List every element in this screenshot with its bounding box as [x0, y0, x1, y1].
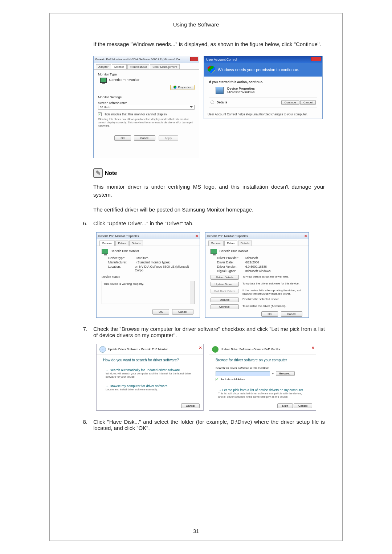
back-icon[interactable]: ←: [212, 346, 219, 353]
wizard-breadcrumb: Update Driver Software - Generic PnP Mon…: [221, 348, 280, 351]
device-status-text: This device is working properly.: [103, 282, 144, 286]
step-number: 7.: [82, 326, 87, 338]
scrollbar[interactable]: [190, 281, 194, 304]
window-monitor-properties: Generic PnP Monitor and NVIDIA GeForce 6…: [93, 56, 199, 158]
close-icon[interactable]: [190, 57, 198, 61]
close-icon[interactable]: [311, 57, 321, 61]
titlebar: Generic PnP Monitor Properties ✕: [205, 233, 309, 239]
titlebar: Generic PnP Monitor Properties ✕: [97, 233, 200, 239]
apply-button: Apply: [159, 135, 178, 141]
hide-modes-desc: Clearing this check box allows you to se…: [98, 118, 195, 127]
tabs: Adapter Monitor Troubleshoot Color Manag…: [94, 63, 199, 70]
option-desc: Locate and install driver software manua…: [106, 388, 194, 391]
cancel-button[interactable]: Cancel: [281, 311, 302, 317]
refresh-rate-dropdown[interactable]: 60 Hertz: [98, 105, 195, 110]
step-text: Check the "Browse my computer for driver…: [93, 326, 325, 338]
driver-details-button[interactable]: Driver Details: [211, 275, 239, 280]
tab-monitor[interactable]: Monitor: [112, 64, 127, 69]
label-provider: Driver Provider:: [217, 256, 245, 260]
continue-button[interactable]: Continue: [281, 100, 299, 105]
page-number: 31: [67, 526, 325, 534]
disable-button[interactable]: Disable: [211, 297, 239, 302]
close-icon[interactable]: ✕: [199, 346, 202, 350]
ok-button[interactable]: OK: [114, 135, 131, 141]
tab-general[interactable]: General: [99, 241, 115, 246]
window-title: Generic PnP Monitor Properties: [207, 234, 248, 238]
chevron-down-icon: [190, 106, 193, 108]
close-icon[interactable]: ✕: [195, 234, 198, 238]
option-title: Search automatically for updated driver …: [110, 368, 180, 372]
uac-publisher: Microsoft Windows: [227, 90, 255, 94]
uac-title-text: User Account Control: [206, 58, 237, 61]
cancel-button[interactable]: Cancel: [294, 403, 312, 408]
uninstall-button[interactable]: Uninstall: [211, 304, 239, 309]
path-input[interactable]: [216, 371, 270, 376]
tab-driver[interactable]: Driver: [115, 241, 128, 246]
application-icon: [216, 87, 224, 94]
note-p2: The certified driver will be posted on S…: [93, 206, 325, 214]
uac-started-label: If you started this action, continue.: [209, 80, 317, 84]
window-body: Monitor Type Generic PnP Monitor Propert…: [94, 70, 199, 144]
value-version: 6.0.6000.16386: [245, 265, 267, 268]
step-7: 7. Check the "Browse my computer for dri…: [82, 326, 325, 338]
update-driver-button[interactable]: Update Driver...: [211, 282, 239, 287]
uac-dialog: User Account Control Windows needs your …: [204, 56, 323, 119]
monitor-icon: [211, 249, 217, 254]
cancel-button[interactable]: Cancel: [181, 403, 200, 408]
monitor-icon: [102, 249, 108, 254]
label-manufacturer: Manufacturer:: [108, 260, 136, 264]
tab-general[interactable]: General: [208, 241, 224, 246]
rollback-driver-button: Roll Back Driver: [211, 289, 239, 294]
uninstall-desc: To uninstall the driver (Advanced).: [242, 304, 303, 308]
tab-adapter[interactable]: Adapter: [96, 64, 111, 69]
label-date: Driver Date:: [217, 260, 245, 264]
value-location: on NVIDIA GeForce 6600 LE (Microsoft Cor…: [135, 265, 195, 272]
cancel-button[interactable]: Cancel: [134, 135, 155, 141]
step-number: 6.: [82, 220, 87, 226]
label-location: Location:: [108, 265, 135, 272]
next-button[interactable]: Next: [277, 403, 293, 408]
monitor-settings-label: Monitor Settings: [98, 95, 195, 99]
tab-color-management[interactable]: Color Management: [150, 64, 180, 69]
note-label: Note: [105, 170, 117, 176]
chevron-down-icon[interactable]: ⌄: [211, 100, 214, 104]
shield-icon: [173, 86, 176, 89]
close-icon[interactable]: ✕: [304, 234, 307, 238]
cancel-button[interactable]: Cancel: [172, 309, 193, 315]
tab-details[interactable]: Details: [238, 241, 252, 246]
driver-details-desc: To view details about the driver files.: [242, 275, 303, 278]
page-header: Using the Software: [67, 21, 325, 30]
uac-app-name: Device Properties: [227, 87, 255, 90]
window-device-properties-general: Generic PnP Monitor Properties ✕ General…: [96, 232, 200, 318]
uac-footer-text: User Account Control helps stop unauthor…: [204, 110, 322, 118]
option-browse[interactable]: → Browse my computer for driver software…: [103, 382, 197, 393]
monitor-type-label: Monitor Type: [98, 73, 195, 76]
ok-button[interactable]: OK: [261, 311, 278, 317]
browse-button[interactable]: Browse...: [276, 371, 294, 376]
update-driver-desc: To update the driver software for this d…: [242, 282, 303, 285]
tab-details[interactable]: Details: [129, 241, 143, 246]
wizard-heading: Browse for driver software on your compu…: [216, 358, 309, 362]
close-icon[interactable]: ✕: [311, 346, 314, 350]
cancel-button[interactable]: Cancel: [300, 100, 316, 105]
intro-text: If the message "Windows needs..." is dis…: [93, 40, 325, 49]
tab-driver[interactable]: Driver: [224, 241, 237, 246]
tab-troubleshoot[interactable]: Troubleshoot: [127, 64, 149, 69]
monitor-name: Generic PnP Monitor: [109, 78, 139, 82]
figure-row-2: Generic PnP Monitor Properties ✕ General…: [96, 232, 325, 318]
hide-modes-checkbox[interactable]: [98, 112, 102, 116]
step-text: Click "Update Driver..." in the "Driver"…: [93, 220, 325, 226]
wizard-browse: ✕ ← Update Driver Software - Generic PnP…: [209, 344, 316, 411]
uac-details-toggle[interactable]: Details: [217, 100, 228, 104]
uac-banner-text: Windows needs your permission to contion…: [218, 67, 299, 72]
option-search-auto[interactable]: → Search automatically for updated drive…: [103, 366, 197, 380]
option-pick-from-list[interactable]: → Let me pick from a list of device driv…: [216, 386, 309, 400]
monitor-name: Generic PnP Monitor: [219, 249, 248, 253]
uac-banner: Windows needs your permission to contion…: [204, 63, 322, 77]
properties-button[interactable]: Properties: [170, 85, 195, 90]
ok-button[interactable]: OK: [152, 309, 169, 315]
include-subfolders-checkbox[interactable]: [216, 378, 219, 381]
back-icon[interactable]: ←: [99, 346, 106, 353]
value-manufacturer: (Standard monitor types): [136, 260, 171, 264]
option-title: Browse my computer for driver software: [110, 384, 168, 388]
